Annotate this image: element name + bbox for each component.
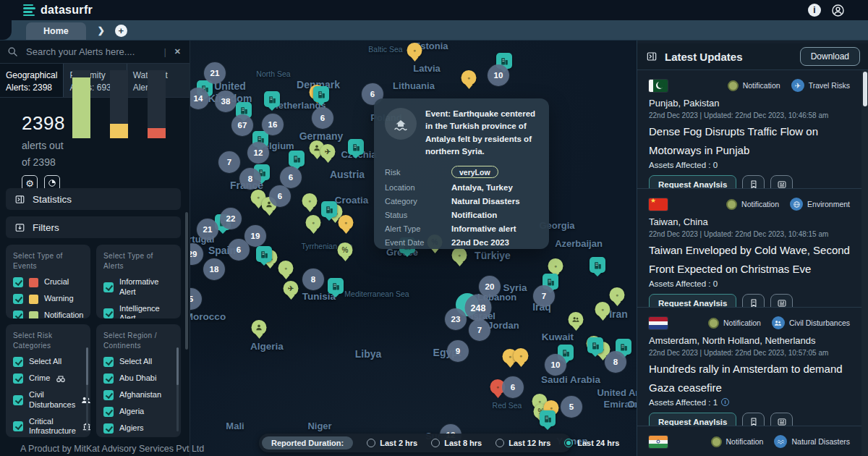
checkbox-checked[interactable] [103,390,114,400]
building-marker[interactable] [587,337,603,353]
map-cluster[interactable]: 10 [488,64,509,86]
download-button[interactable]: Download [800,47,860,66]
duration-option[interactable]: Last 24 hrs [564,439,619,447]
building-marker[interactable] [321,201,337,217]
checkbox-checked[interactable] [13,294,23,304]
clear-search-icon[interactable]: ✕ [173,47,182,56]
map-cluster[interactable]: 6 [228,239,250,261]
request-analysis-button[interactable]: Request Anaylsis [649,175,736,189]
map-pin[interactable]: ● [306,215,321,230]
map-pin[interactable]: ● [610,287,625,303]
building-marker[interactable] [540,410,556,426]
map-cluster[interactable]: 18 [203,258,225,280]
map-cluster[interactable]: 12 [247,142,269,164]
request-analysis-button[interactable]: Request Anaylsis [649,413,736,426]
map-cluster[interactable]: 14 [190,88,209,109]
map-cluster[interactable]: 7 [533,285,555,307]
map-cluster[interactable]: 5 [190,288,202,310]
checkbox-checked[interactable] [13,277,23,287]
map-cluster[interactable]: 22 [220,208,242,229]
request-analysis-button[interactable]: Request Anaylsis [649,294,736,308]
checkbox-checked[interactable] [13,395,23,405]
checkbox-checked[interactable] [103,373,114,384]
panel-scrollbar[interactable] [176,347,179,431]
map-cluster[interactable]: 21 [204,62,226,84]
card-headline[interactable]: Dense Fog Disrupts Traffic Flow on Motor… [649,122,850,160]
panel-scrollbar[interactable] [86,347,88,431]
map-cluster[interactable]: 8 [302,269,324,290]
info-icon[interactable]: i [808,4,821,17]
map-cluster[interactable]: 6 [269,185,291,207]
alert-tab[interactable]: Geographical Alerts: 2398 [0,64,64,97]
search-input[interactable] [25,46,157,58]
checkbox-checked[interactable] [103,423,114,434]
map-cluster[interactable]: 7 [469,319,490,341]
map-pin[interactable]: ● [548,258,563,274]
map-cluster[interactable]: 6 [312,107,333,129]
news-report-button[interactable] [770,294,793,308]
map-cluster[interactable]: 6 [502,376,524,398]
radio-button[interactable] [431,439,440,447]
tab-home[interactable]: Home [26,22,86,40]
sidebar-section-statistics[interactable]: Statistics [6,188,181,210]
map-cluster[interactable]: 9 [447,340,469,362]
map-cluster[interactable]: 8 [605,351,626,373]
map-pin[interactable]: ● [514,348,529,363]
radio-button[interactable] [495,439,504,447]
map-cluster[interactable]: 16 [262,114,284,135]
building-marker[interactable] [313,86,329,102]
sidebar-section-filters[interactable]: Filters [6,216,181,238]
map-pin[interactable]: ● [595,302,610,317]
news-report-button[interactable] [770,175,793,189]
map-pin[interactable]: ● [461,70,477,85]
building-marker[interactable] [590,257,605,273]
building-marker[interactable] [348,139,364,155]
checkbox-checked[interactable] [13,421,23,431]
duration-option[interactable]: Last 2 hrs [367,439,417,447]
map-pin[interactable]: ✈ [320,144,336,159]
map-cluster[interactable]: 5 [561,396,582,418]
checkbox-checked[interactable] [103,282,114,292]
checkbox-checked[interactable] [103,308,114,318]
map-cluster[interactable]: 38 [215,90,237,112]
checkbox-checked[interactable] [13,357,23,367]
map-cluster[interactable]: 8 [239,168,261,190]
map-pin[interactable]: ● [302,193,318,208]
duration-option[interactable]: Last 8 hrs [431,439,482,447]
map-cluster[interactable]: 6 [280,166,302,188]
user-profile-icon[interactable] [831,4,845,17]
map-cluster[interactable]: 10 [545,354,566,376]
map-pin[interactable]: ● [452,248,467,263]
duration-option[interactable]: Last 12 hrs [495,439,550,447]
card-headline[interactable]: Hundreds rally in Amsterdam to demand Ga… [649,360,850,397]
building-marker[interactable] [289,151,305,166]
add-tab-button[interactable]: + [115,25,127,37]
updates-scrollbar-thumb[interactable] [863,72,867,106]
bookmark-flag-button[interactable] [742,413,765,426]
checkbox-checked[interactable] [103,357,114,367]
news-report-button[interactable] [770,413,793,426]
sidebar-scrollbar[interactable] [185,212,188,350]
building-marker[interactable] [264,91,280,107]
card-headline[interactable]: Taiwan Enveloped by Cold Wave, Second Fr… [649,241,850,279]
map-cluster[interactable]: 248 [465,295,492,321]
alerts-map[interactable]: EstoniaBaltic SeaLatviaNorth SeaDenmarkL… [190,40,637,456]
bookmark-flag-button[interactable] [742,175,765,189]
radio-button[interactable] [367,439,375,447]
map-cluster[interactable]: 7 [218,151,240,173]
radio-button[interactable] [564,439,573,447]
map-pin[interactable]: % [338,242,353,258]
building-marker[interactable] [328,278,344,294]
building-marker[interactable] [256,246,272,262]
map-pin[interactable]: ● [278,261,294,276]
map-pin[interactable] [569,312,584,327]
map-pin[interactable]: ✈ [284,281,299,296]
updates-scrollbar-track[interactable] [861,70,868,456]
checkbox-checked[interactable] [103,407,114,417]
chevron-right-icon[interactable]: ❯ [98,25,105,35]
map-cluster[interactable]: 21 [197,219,218,240]
map-pin[interactable]: ● [339,215,354,230]
map-cluster[interactable]: 67 [231,114,253,136]
info-icon[interactable]: i [721,398,729,406]
map-cluster[interactable]: 23 [445,308,467,330]
